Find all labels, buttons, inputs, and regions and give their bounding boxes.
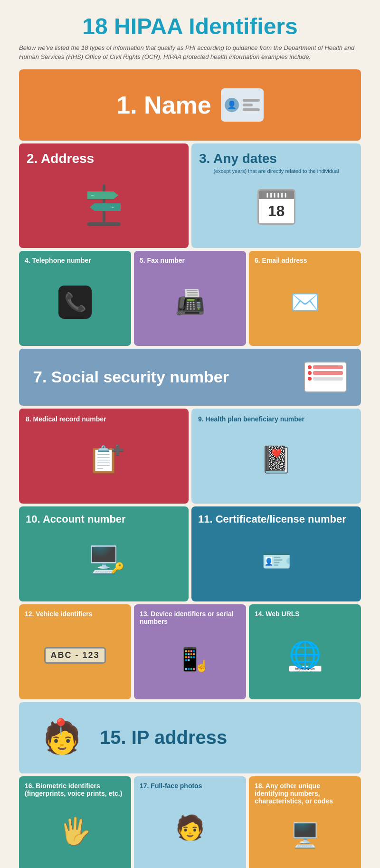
calendar-icon: ▐▐▐▐▐▐ 18 (257, 189, 295, 225)
identifier-2-address: 2. Address → ← (19, 143, 189, 248)
row-7: 12. Vehicle identifiers ABC - 123 13. De… (19, 604, 361, 699)
medical-icon-area: 📋 ➕ (26, 423, 182, 497)
hand-point-icon: ☝️ (195, 659, 209, 673)
key-icon: 🔑 (111, 562, 124, 574)
fax-icon-area: 📠 (140, 264, 240, 340)
calendar-top: ▐▐▐▐▐▐ (259, 191, 294, 199)
row-2: 2. Address → ← 3. Any dat (19, 143, 361, 248)
phone-icon: 📞 (58, 286, 92, 319)
identifier-5-label: 5. Fax number (140, 257, 240, 264)
svg-text:→: → (90, 193, 94, 198)
identifier-1-label: 1. Name (116, 91, 211, 119)
row-3: 4. Telephone number 📞 5. Fax number 📠 6.… (19, 251, 361, 346)
phone-emoji: 📞 (64, 292, 86, 313)
ssn-bar-red (313, 365, 343, 369)
id-line-1 (243, 99, 260, 102)
biometric-icon-area: 🖐️ (25, 797, 125, 866)
identifier-4-telephone: 4. Telephone number 📞 (19, 251, 131, 346)
header: 18 HIPAA Identifiers Below we've listed … (19, 14, 361, 62)
telephone-icon-area: 📞 (25, 264, 125, 340)
identifier-3-label: 3. Any dates (199, 151, 353, 166)
ssn-row-3 (308, 377, 343, 381)
id-line-3 (243, 108, 260, 111)
cert-icon: 🪪 (262, 546, 291, 574)
ssn-card-icon (304, 362, 347, 392)
calendar-top-label: ▐▐▐▐▐▐ (265, 193, 287, 197)
identifier-14-web: 14. Web URLS 🌐 https://www (249, 604, 361, 699)
health-icon-area: 📓 ❤️ (198, 423, 354, 497)
identifier-8-label: 8. Medical record number (26, 415, 182, 423)
page-subtitle: Below we've listed the 18 types of infor… (19, 43, 361, 62)
identifier-7-ssn: 7. Social security number (19, 349, 361, 406)
identifier-18-label: 18. Any other unique identifying numbers… (255, 782, 355, 805)
svg-text:←: ← (111, 205, 115, 210)
identifier-17-label: 17. Full-face photos (140, 782, 240, 790)
identifier-15-label: 15. IP address (100, 727, 227, 748)
identifier-11-cert: 11. Certificate/license number 🪪 (191, 506, 361, 601)
identifier-14-label: 14. Web URLS (255, 610, 355, 618)
svg-marker-4 (90, 203, 121, 211)
identifier-2-label: 2. Address (27, 151, 181, 166)
vehicle-icon-area: ABC - 123 (25, 618, 125, 694)
id-line-2 (243, 104, 253, 106)
identifier-5-fax: 5. Fax number 📠 (134, 251, 246, 346)
email-icon-area: ✉️ (255, 264, 355, 340)
identifier-16-label: 16. Biometric identifiers (fingerprints,… (25, 782, 125, 797)
identifier-12-vehicle: 12. Vehicle identifiers ABC - 123 (19, 604, 131, 699)
identifier-3-dates: 3. Any dates (except years) that are dir… (191, 143, 361, 248)
identifier-12-label: 12. Vehicle identifiers (25, 610, 125, 618)
identifier-9-label: 9. Health plan beneficiary number (198, 415, 354, 423)
identifier-13-label: 13. Device identifiers or serial numbers (140, 610, 240, 625)
dates-icon-area: ▐▐▐▐▐▐ 18 (199, 174, 353, 240)
identifier-7-label: 7. Social security number (33, 368, 229, 386)
ssn-dot-2 (308, 371, 312, 375)
globe-emoji: 🌐 (289, 640, 322, 669)
identifier-3-sublabel: (except years) that are directly related… (199, 168, 353, 174)
page: 18 HIPAA Identifiers Below we've listed … (0, 0, 380, 868)
heart-icon: ❤️ (271, 448, 282, 458)
identifier-16-biometric: 16. Biometric identifiers (fingerprints,… (19, 776, 131, 868)
calendar-number: 18 (259, 199, 294, 223)
id-lines (243, 99, 260, 111)
identifier-10-label: 10. Account number (26, 513, 182, 525)
row-5: 8. Medical record number 📋 ➕ 9. Health p… (19, 409, 361, 504)
ssn-dot-3 (308, 377, 312, 381)
identifier-grid: 1. Name 👤 2. Address (19, 69, 361, 868)
device-icon-area: 📱 ☝️ (140, 625, 240, 694)
identifier-11-label: 11. Certificate/license number (198, 513, 354, 525)
fax-icon: 📠 (175, 288, 205, 316)
location-pin-icon: 📍 (51, 717, 70, 735)
medical-record-icon: 📋 ➕ (87, 444, 120, 475)
identifier-6-label: 6. Email address (255, 257, 355, 264)
identifier-18-other: 18. Any other unique identifying numbers… (249, 776, 361, 868)
name-icon: 👤 (221, 88, 264, 122)
identifier-13-device: 13. Device identifiers or serial numbers… (134, 604, 246, 699)
identifier-10-account: 10. Account number 🖥️ 🔑 (19, 506, 189, 601)
identifier-17-photo: 17. Full-face photos 🧑 (134, 776, 246, 868)
identifier-15-ip: 🧑 📍 15. IP address (19, 702, 361, 773)
svg-rect-1 (87, 222, 121, 226)
row-6: 10. Account number 🖥️ 🔑 11. Certificate/… (19, 506, 361, 601)
face-photo-icon: 🧑 (175, 814, 205, 841)
medical-plus-icon: ➕ (111, 444, 124, 457)
identifier-4-label: 4. Telephone number (25, 257, 125, 264)
identifier-1-name: 1. Name 👤 (19, 69, 361, 141)
fingerprint-icon: 🖐️ (59, 816, 92, 847)
account-icon: 🖥️ 🔑 (87, 544, 120, 575)
web-icon-area: 🌐 https://www (255, 618, 355, 694)
ssn-dot (308, 365, 312, 369)
other-icon: 🖥️ (290, 821, 320, 849)
directional-sign-icon: → ← (83, 180, 125, 227)
device-icon: 📱 ☝️ (176, 646, 204, 673)
ip-icon-area: 🧑 📍 (33, 720, 90, 756)
license-plate-icon: ABC - 123 (44, 647, 105, 664)
cert-icon-area: 🪪 (198, 525, 354, 595)
health-plan-icon: 📓 ❤️ (260, 444, 293, 475)
identifier-6-email: 6. Email address ✉️ (249, 251, 361, 346)
page-title: 18 HIPAA Identifiers (19, 14, 361, 39)
ssn-row-1 (308, 365, 343, 369)
avatar-icon: 👤 (225, 98, 239, 112)
row-9: 16. Biometric identifiers (fingerprints,… (19, 776, 361, 868)
other-icon-area: 🖥️ (255, 805, 355, 866)
ssn-bar-3 (313, 377, 343, 381)
